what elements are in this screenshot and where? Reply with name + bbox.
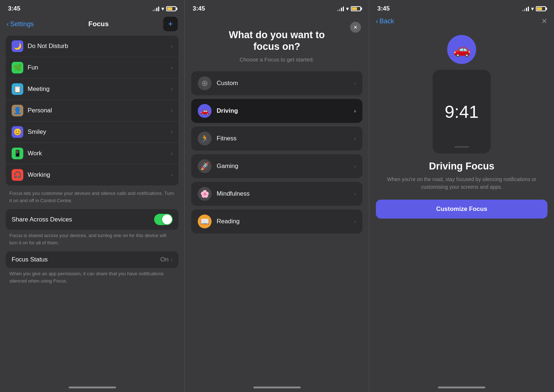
phone-home-indicator xyxy=(454,146,469,148)
status-icons-1: ▾ xyxy=(153,6,176,12)
chevron-right-icon: › xyxy=(171,172,173,178)
driving-icon: 🚗 xyxy=(198,104,212,118)
focus-option-mindfulness[interactable]: 🌸 Mindfulness › xyxy=(191,182,362,206)
share-devices-section: Share Across Devices xyxy=(6,209,178,230)
chevron-right-icon: › xyxy=(171,64,173,71)
add-focus-button[interactable]: + xyxy=(163,17,178,31)
smiley-icon: 😊 xyxy=(12,126,23,138)
modal-subtitle: Choose a Focus to get started. xyxy=(240,56,314,63)
list-item[interactable]: 🌿 Fun › xyxy=(6,57,178,79)
list-item[interactable]: 📱 Work › xyxy=(6,143,178,164)
close-icon: ✕ xyxy=(353,24,358,30)
modal-close-button[interactable]: ✕ xyxy=(350,22,361,33)
modal-title-text: What do you want tofocus on? xyxy=(229,29,325,52)
status-bar-1: 3:45 ▾ xyxy=(0,0,184,15)
panel-focus-settings: 3:45 ▾ ‹ Settings Focus + 🌙 Do Not Distu… xyxy=(0,0,185,392)
meeting-icon: 📋 xyxy=(12,83,23,95)
chevron-right-icon: › xyxy=(354,218,356,224)
focus-status-info-text: When you give an app permission, it can … xyxy=(0,270,184,289)
home-indicator xyxy=(69,387,116,388)
close-button[interactable]: ✕ xyxy=(541,17,547,25)
focus-option-driving[interactable]: 🚗 Driving › xyxy=(191,99,362,123)
focus-status-row[interactable]: Focus Status On › xyxy=(6,251,178,268)
mindfulness-icon: 🌸 xyxy=(198,187,212,201)
back-button[interactable]: ‹ Back xyxy=(376,17,394,25)
working-icon: 🎧 xyxy=(12,169,23,181)
customize-focus-button[interactable]: Customize Focus xyxy=(376,200,547,219)
reading-label: Reading xyxy=(217,218,354,225)
home-indicator xyxy=(438,387,485,388)
settings-back-label: Settings xyxy=(10,20,34,28)
list-item[interactable]: 👤 Personal › xyxy=(6,100,178,121)
focus-option-fitness[interactable]: 🏃 Fitness › xyxy=(191,127,362,151)
list-item[interactable]: 📋 Meeting › xyxy=(6,79,178,100)
list-item[interactable]: 😊 Smiley › xyxy=(6,121,178,143)
do-not-disturb-label: Do Not Disturb xyxy=(28,43,171,50)
custom-label: Custom xyxy=(217,80,354,87)
panel3-nav: ‹ Back ✕ xyxy=(369,15,554,29)
chevron-left-icon: ‹ xyxy=(376,17,378,25)
panel-focus-picker: 3:45 ▾ ✕ What do you want tofocus on? Ch… xyxy=(185,0,369,392)
chevron-right-icon: › xyxy=(354,163,356,169)
focus-status-section: Focus Status On › xyxy=(6,251,178,268)
driving-focus-description: When you're on the road, stay focused by… xyxy=(369,172,554,191)
reading-icon: 📖 xyxy=(198,215,212,228)
modal-overlay: ✕ What do you want tofocus on? Choose a … xyxy=(185,0,369,392)
back-label: Back xyxy=(380,17,394,25)
fun-label: Fun xyxy=(28,64,171,71)
plus-icon: + xyxy=(168,19,173,29)
battery-icon xyxy=(536,6,546,11)
work-icon: 📱 xyxy=(12,148,23,159)
car-icon: 🚗 xyxy=(453,41,470,57)
focus-option-gaming[interactable]: 🚀 Gaming › xyxy=(191,154,362,178)
fitness-icon: 🏃 xyxy=(198,132,212,145)
do-not-disturb-icon: 🌙 xyxy=(12,40,23,52)
fitness-label: Fitness xyxy=(217,135,354,142)
chevron-right-icon: › xyxy=(354,191,356,197)
focus-status-value: On xyxy=(160,256,169,263)
time-1: 3:45 xyxy=(8,5,20,12)
personal-label: Personal xyxy=(28,107,171,114)
time-3: 3:45 xyxy=(377,5,390,12)
personal-icon: 👤 xyxy=(12,105,23,116)
driving-focus-title: Driving Focus xyxy=(369,161,554,172)
focus-list-section: 🌙 Do Not Disturb › 🌿 Fun › 📋 Meeting › 👤… xyxy=(6,36,178,185)
home-indicator xyxy=(253,387,301,388)
chevron-right-icon: › xyxy=(354,108,356,114)
share-info-text: Focus is shared across your devices, and… xyxy=(0,232,184,251)
battery-icon xyxy=(166,6,176,11)
mindfulness-label: Mindfulness xyxy=(217,190,354,197)
share-devices-row: Share Across Devices xyxy=(6,209,178,230)
driving-focus-icon: 🚗 xyxy=(447,35,476,64)
chevron-left-icon: ‹ xyxy=(7,20,9,28)
list-item[interactable]: 🎧 Working › xyxy=(6,164,178,185)
share-devices-label: Share Across Devices xyxy=(12,216,154,223)
smiley-label: Smiley xyxy=(28,128,171,136)
meeting-label: Meeting xyxy=(28,85,171,93)
driving-label: Driving xyxy=(217,107,354,115)
chevron-right-icon: › xyxy=(171,129,173,135)
chevron-right-icon: › xyxy=(171,150,173,157)
wifi-icon: ▾ xyxy=(161,6,164,12)
chevron-right-icon: › xyxy=(171,107,173,114)
modal-title: What do you want tofocus on? xyxy=(214,29,340,53)
phone-preview: 9:41 xyxy=(433,70,491,153)
panel-driving-focus: 3:45 ▾ ‹ Back ✕ 🚗 9:41 Driving Focus Whe… xyxy=(369,0,554,392)
signal-icon xyxy=(522,6,529,11)
gaming-icon: 🚀 xyxy=(198,159,212,173)
share-devices-toggle[interactable] xyxy=(154,214,173,225)
working-label: Working xyxy=(28,171,171,179)
panel1-nav: ‹ Settings Focus + xyxy=(0,15,184,36)
focus-option-reading[interactable]: 📖 Reading › xyxy=(191,209,362,233)
focus-options-list: ⊕ Custom › 🚗 Driving › 🏃 Fitness › 🚀 Gam… xyxy=(185,71,369,233)
list-item[interactable]: 🌙 Do Not Disturb › xyxy=(6,36,178,57)
wifi-icon: ▾ xyxy=(531,6,534,12)
signal-icon xyxy=(153,6,159,11)
settings-back-button[interactable]: ‹ Settings xyxy=(7,20,34,28)
gaming-label: Gaming xyxy=(217,163,354,170)
chevron-right-icon: › xyxy=(171,256,173,263)
custom-icon: ⊕ xyxy=(198,76,212,90)
status-icons-3: ▾ xyxy=(522,6,546,12)
focus-option-custom[interactable]: ⊕ Custom › xyxy=(191,71,362,95)
chevron-right-icon: › xyxy=(354,80,356,86)
